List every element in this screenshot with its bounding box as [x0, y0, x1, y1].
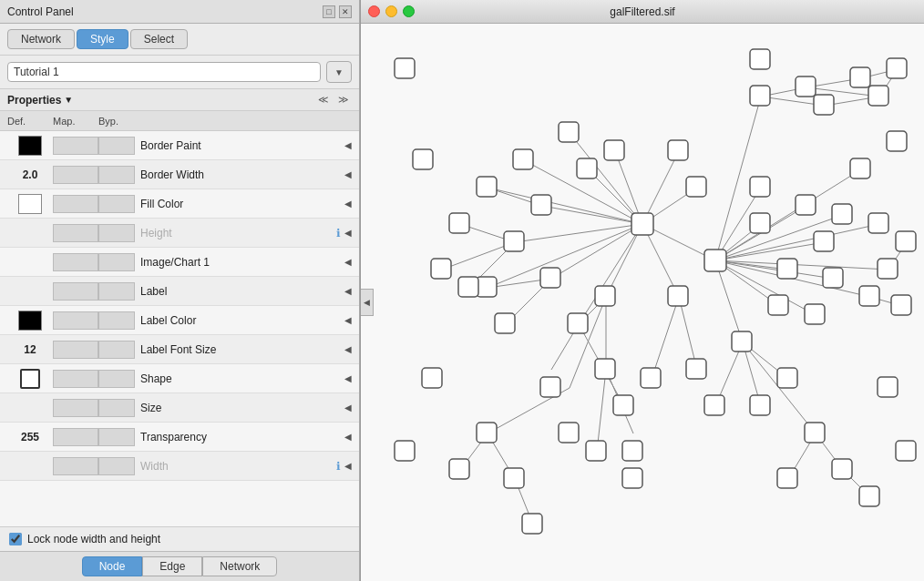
tab-network[interactable]: Network — [7, 29, 75, 49]
network-select[interactable]: Tutorial 1 — [7, 62, 321, 82]
label-font-size-arrow-icon[interactable]: ◀ — [344, 344, 352, 354]
fill-color-def[interactable] — [7, 194, 53, 214]
bottom-tab-node[interactable]: Node — [82, 556, 143, 576]
image-chart-byp[interactable] — [98, 253, 135, 271]
shape-byp[interactable] — [98, 370, 135, 388]
restore-button[interactable]: □ — [323, 5, 335, 18]
tab-select[interactable]: Select — [130, 29, 188, 49]
transparency-def[interactable]: 255 — [7, 431, 53, 443]
nodes-group — [395, 49, 916, 534]
svg-rect-128 — [395, 58, 415, 78]
dropdown-options-button[interactable]: ▼ — [326, 61, 352, 83]
lock-label[interactable]: Lock node width and height — [27, 533, 160, 545]
prop-row-shape: Shape ◀ — [0, 364, 359, 393]
svg-rect-113 — [868, 86, 888, 106]
size-byp[interactable] — [98, 399, 135, 417]
label-map[interactable] — [53, 282, 98, 301]
size-arrow-icon[interactable]: ◀ — [344, 403, 352, 413]
label-arrow-icon[interactable]: ◀ — [344, 286, 352, 296]
shape-map[interactable] — [53, 370, 98, 388]
border-width-byp[interactable] — [98, 166, 135, 184]
height-byp[interactable] — [98, 224, 135, 242]
shape-arrow-icon[interactable]: ◀ — [344, 373, 352, 383]
svg-rect-93 — [878, 259, 898, 279]
width-byp[interactable] — [98, 457, 135, 475]
close-panel-button[interactable]: ✕ — [339, 5, 352, 18]
lock-checkbox[interactable] — [9, 533, 22, 545]
collapse-all-button[interactable]: ≪ — [315, 93, 332, 107]
border-width-def[interactable]: 2.0 — [7, 168, 53, 181]
label-byp[interactable] — [98, 282, 135, 301]
svg-rect-109 — [750, 86, 770, 106]
label-color-map[interactable] — [53, 311, 98, 330]
fill-color-byp[interactable] — [98, 195, 135, 213]
prop-row-label: Label ◀ — [0, 277, 359, 306]
border-paint-arrow-icon[interactable]: ◀ — [344, 140, 352, 150]
tab-style[interactable]: Style — [77, 29, 128, 49]
label-font-size-def[interactable]: 12 — [7, 343, 53, 356]
transparency-arrow-icon[interactable]: ◀ — [344, 432, 352, 442]
window-maximize-button[interactable] — [403, 5, 415, 17]
width-arrow-icon[interactable]: ◀ — [344, 461, 352, 471]
fill-color-map[interactable] — [53, 195, 98, 213]
svg-line-27 — [715, 260, 888, 270]
shape-label: Shape — [135, 372, 344, 385]
image-chart-map[interactable] — [53, 253, 98, 271]
height-arrow-icon[interactable]: ◀ — [344, 228, 352, 238]
properties-label: Properties ▼ — [7, 94, 73, 107]
fill-color-arrow-icon[interactable]: ◀ — [344, 199, 352, 209]
graph-canvas[interactable]: ◀ .node { fill: white; stroke: #555; str… — [361, 24, 924, 581]
height-map[interactable] — [53, 224, 98, 242]
bottom-tab-edge[interactable]: Edge — [142, 556, 202, 576]
prop-row-fill-color: Fill Color ◀ — [0, 189, 359, 219]
label-color-swatch[interactable] — [18, 311, 42, 331]
transparency-map[interactable] — [53, 428, 98, 446]
svg-rect-85 — [750, 177, 770, 197]
svg-rect-104 — [686, 359, 706, 379]
border-paint-swatch[interactable] — [18, 136, 42, 156]
label-font-size-byp[interactable] — [98, 341, 135, 359]
border-width-arrow-icon[interactable]: ◀ — [344, 169, 352, 179]
bottom-tabs: Node Edge Network — [0, 551, 359, 581]
width-info-icon[interactable]: ℹ — [336, 460, 341, 473]
border-paint-byp[interactable] — [98, 137, 135, 155]
svg-rect-70 — [540, 268, 560, 288]
label-color-def[interactable] — [7, 311, 53, 331]
border-width-map[interactable] — [53, 166, 98, 184]
label-color-byp[interactable] — [98, 311, 135, 330]
svg-rect-121 — [477, 423, 497, 443]
window-close-button[interactable] — [368, 5, 380, 17]
prop-row-border-paint: Border Paint ◀ — [0, 131, 359, 160]
border-width-value: 2.0 — [17, 168, 43, 181]
width-map[interactable] — [53, 457, 98, 475]
expand-all-button[interactable]: ≫ — [335, 93, 352, 107]
image-chart-arrow-icon[interactable]: ◀ — [344, 257, 352, 267]
bottom-tab-network[interactable]: Network — [202, 556, 277, 576]
border-paint-def[interactable] — [7, 136, 53, 156]
chevron-down-icon: ▼ — [334, 67, 344, 77]
border-paint-map[interactable] — [53, 137, 98, 155]
svg-rect-116 — [891, 295, 911, 315]
svg-rect-124 — [522, 514, 542, 534]
svg-line-2 — [515, 224, 642, 242]
prop-row-image-chart: Image/Chart 1 ◀ — [0, 248, 359, 277]
size-map[interactable] — [53, 399, 98, 417]
col-headers: Def. Map. Byp. — [0, 111, 359, 131]
graph-titlebar: galFiltered.sif — [361, 0, 924, 24]
svg-rect-92 — [868, 213, 888, 233]
fill-color-swatch[interactable] — [18, 194, 42, 214]
window-minimize-button[interactable] — [385, 5, 397, 17]
properties-menu-arrow-icon[interactable]: ▼ — [64, 95, 73, 105]
svg-rect-82 — [777, 259, 797, 279]
collapse-panel-button[interactable]: ◀ — [361, 289, 374, 316]
svg-rect-125 — [622, 468, 642, 488]
transparency-byp[interactable] — [98, 428, 135, 446]
svg-rect-101 — [559, 423, 579, 443]
shape-def[interactable] — [7, 369, 53, 389]
height-info-icon[interactable]: ℹ — [336, 227, 341, 240]
label-font-size-map[interactable] — [53, 341, 98, 359]
svg-rect-95 — [449, 213, 469, 233]
label-color-arrow-icon[interactable]: ◀ — [344, 315, 352, 325]
prop-row-border-width: 2.0 Border Width ◀ — [0, 160, 359, 189]
shape-swatch[interactable] — [20, 369, 40, 389]
